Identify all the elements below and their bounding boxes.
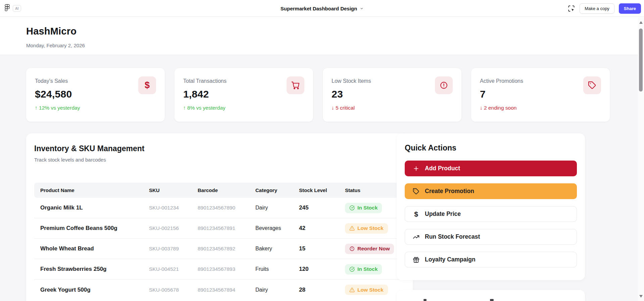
quick-action-button[interactable]: $ Update Price xyxy=(405,206,577,222)
gift-icon xyxy=(412,256,420,263)
status-cell: Reorder Now xyxy=(345,244,405,254)
tag-icon xyxy=(412,188,420,195)
make-a-copy-button[interactable]: Make a copy xyxy=(580,3,614,14)
status-badge: Reorder Now xyxy=(345,244,394,254)
chevron-down-icon xyxy=(360,7,363,10)
quick-action-button[interactable]: Add Product xyxy=(405,161,577,176)
stats-row: Today's Sales $24,580 ↑ 12% vs yesterday… xyxy=(26,68,610,122)
stock-level-cell: 120 xyxy=(299,266,345,273)
table-header-row: Product Name SKU Barcode Category Stock … xyxy=(34,183,405,198)
figma-prototype-viewer: AI Supermarket Dashboard Design Make a c… xyxy=(0,0,644,301)
scroll-up-arrow[interactable] xyxy=(638,20,644,25)
sku-cell: SKU-005678 xyxy=(149,287,198,293)
table-row: Premium Coffee Beans 500g SKU-002156 890… xyxy=(34,218,405,239)
stat-delta: ↓ 5 critical xyxy=(332,105,453,111)
inventory-panel: Inventory & SKU Management Track stock l… xyxy=(26,133,413,301)
cart-icon xyxy=(291,81,300,89)
stat-card: Today's Sales $24,580 ↑ 12% vs yesterday… xyxy=(26,68,165,122)
quick-action-label: Create Promotion xyxy=(425,188,474,195)
stat-delta: ↑ 12% vs yesterday xyxy=(35,105,156,111)
product-name-cell: Organic Milk 1L xyxy=(40,204,149,211)
stat-icon-box xyxy=(583,76,601,94)
category-cell: Beverages xyxy=(255,225,299,231)
clipped-bottom-panel xyxy=(397,290,585,301)
inventory-table: Product Name SKU Barcode Category Stock … xyxy=(34,183,405,300)
sku-cell: SKU-001234 xyxy=(149,205,198,211)
scroll-down-arrow[interactable] xyxy=(638,294,644,299)
stock-level-cell: 42 xyxy=(299,225,345,232)
status-badge: Low Stock xyxy=(345,223,388,234)
scrollbar-thumb[interactable] xyxy=(639,28,643,92)
barcode-cell: 8901234567894 xyxy=(198,287,255,293)
product-name-cell: Premium Coffee Beans 500g xyxy=(40,225,149,232)
file-title-menu[interactable]: Supermarket Dashboard Design xyxy=(281,0,363,17)
sku-cell: SKU-002156 xyxy=(149,225,198,231)
stat-card: Active Promotions 7 ↓ 2 ending soon xyxy=(471,68,610,122)
cursor-frame-icon[interactable] xyxy=(567,5,575,12)
toolbar-right: Make a copy Share xyxy=(567,0,641,17)
column-header: Barcode xyxy=(198,187,255,193)
status-badge: In Stock xyxy=(345,203,382,213)
column-header: Stock Level xyxy=(299,187,345,193)
check-circle-icon xyxy=(349,266,355,272)
dashboard-header: HashMicro Monday, February 2, 2026 xyxy=(0,17,638,55)
category-cell: Bakery xyxy=(255,246,299,252)
product-name-cell: Fresh Strawberries 250g xyxy=(40,266,149,273)
table-row: Organic Milk 1L SKU-001234 8901234567890… xyxy=(34,198,405,218)
quick-action-label: Add Product xyxy=(425,165,460,172)
table-row: Fresh Strawberries 250g SKU-004521 89012… xyxy=(34,259,405,280)
category-cell: Fruits xyxy=(255,266,299,272)
category-cell: Dairy xyxy=(255,205,299,211)
stat-icon-box xyxy=(287,76,304,94)
status-text: Low Stock xyxy=(357,225,384,231)
check-circle-icon xyxy=(349,205,355,210)
status-cell: Low Stock xyxy=(345,285,405,295)
quick-action-label: Update Price xyxy=(425,210,461,218)
alert-circle-icon xyxy=(349,246,355,251)
alert-triangle-icon xyxy=(349,287,355,293)
stat-icon-box: $ xyxy=(138,76,156,94)
status-text: In Stock xyxy=(357,266,378,272)
stat-label: Total Transactions xyxy=(183,78,304,84)
stat-value: 23 xyxy=(332,88,453,100)
table-row: Greek Yogurt 500g SKU-005678 89012345678… xyxy=(34,280,405,300)
toolbar-left: AI xyxy=(5,0,21,17)
share-button[interactable]: Share xyxy=(619,3,641,14)
status-badge: In Stock xyxy=(345,264,382,275)
quick-actions-panel: Quick Actions Add Product Create Promoti… xyxy=(397,133,585,280)
stat-label: Low Stock Items xyxy=(332,78,453,84)
stat-card: Low Stock Items 23 ↓ 5 critical xyxy=(323,68,461,122)
alert-circle-icon xyxy=(440,81,448,89)
stat-label: Active Promotions xyxy=(480,78,601,84)
quick-action-button[interactable]: Create Promotion xyxy=(405,183,577,199)
category-cell: Dairy xyxy=(255,287,299,293)
plus-icon xyxy=(412,165,420,172)
inventory-subtitle: Track stock levels and barcodes xyxy=(34,157,405,163)
stat-card: Total Transactions 1,842 ↑ 8% vs yesterd… xyxy=(175,68,313,122)
tag-icon xyxy=(588,81,596,89)
dollar-icon: $ xyxy=(412,210,420,218)
scrollbar[interactable] xyxy=(638,17,644,301)
status-badge: Low Stock xyxy=(345,285,388,295)
file-title: Supermarket Dashboard Design xyxy=(281,6,357,11)
stat-value: $24,580 xyxy=(35,88,156,100)
quick-action-button[interactable]: Run Stock Forecast xyxy=(405,229,577,245)
figma-logo-icon[interactable] xyxy=(5,4,10,13)
stat-value: 7 xyxy=(480,88,601,100)
quick-action-button[interactable]: Loyalty Campaign xyxy=(405,252,577,267)
clipped-content-mark xyxy=(490,299,494,301)
dollar-icon: $ xyxy=(145,81,150,90)
quick-action-label: Loyalty Campaign xyxy=(425,256,476,263)
trend-icon xyxy=(412,234,420,240)
column-header: Status xyxy=(345,187,405,193)
sku-cell: SKU-004521 xyxy=(149,266,198,272)
status-text: In Stock xyxy=(357,205,378,211)
table-row: Whole Wheat Bread SKU-003789 89012345678… xyxy=(34,239,405,259)
quick-actions-title: Quick Actions xyxy=(405,143,577,153)
brand-title: HashMicro xyxy=(26,26,77,37)
ai-badge: AI xyxy=(13,5,21,12)
barcode-cell: 8901234567890 xyxy=(198,205,255,211)
stock-level-cell: 15 xyxy=(299,245,345,252)
status-cell: In Stock xyxy=(345,264,405,275)
alert-triangle-icon xyxy=(349,226,355,231)
